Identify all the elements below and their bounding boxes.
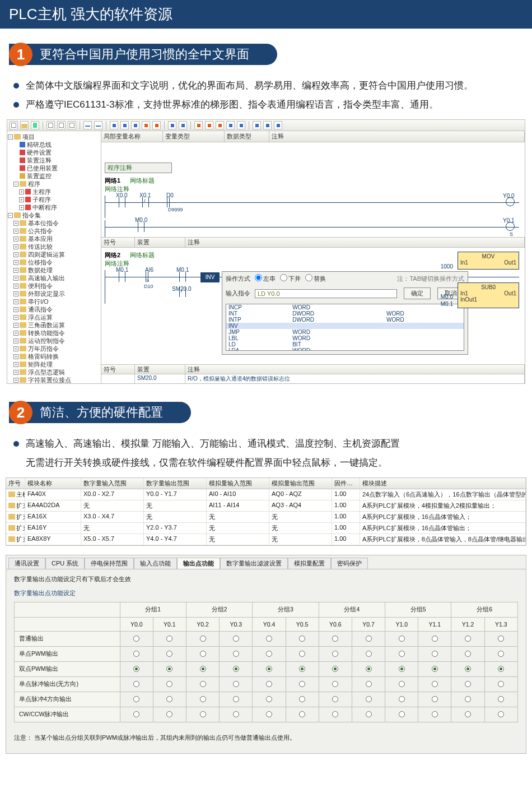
output-radio-cell[interactable]	[352, 677, 385, 692]
tree-node[interactable]: +基本位指令	[8, 219, 100, 227]
tree-node[interactable]: +数据处理	[8, 266, 100, 274]
contact-no-icon[interactable]	[194, 121, 203, 129]
tree-node[interactable]: +外部设定显示	[8, 290, 100, 298]
tree-node[interactable]: +传送比较	[8, 243, 100, 251]
output-radio-cell[interactable]	[220, 662, 253, 677]
open-file-icon[interactable]	[20, 121, 29, 129]
popup-mode-left[interactable]: 左串	[255, 274, 276, 283]
tree-node[interactable]: +字符装置位接点	[8, 376, 100, 383]
output-radio-cell[interactable]	[319, 662, 352, 677]
hline-icon[interactable]	[226, 121, 235, 129]
compile-icon[interactable]	[110, 121, 118, 129]
output-radio-cell[interactable]	[120, 632, 153, 647]
module-table-row[interactable]: 扩充模组1EA4AD2DA无无AI11 - AI14AQ3 - AQ41.00A…	[6, 500, 526, 512]
upload-icon[interactable]	[131, 121, 139, 129]
output-radio-cell[interactable]	[451, 692, 484, 707]
module-table-row[interactable]: 扩充模组3EA16Y无Y2.0 - Y3.7无无1.00A系列PLC扩展模块，1…	[6, 523, 526, 534]
tree-node[interactable]: +便利指令	[8, 282, 100, 290]
output-radio-cell[interactable]	[484, 632, 517, 647]
output-radio-cell[interactable]	[484, 647, 517, 662]
download-icon[interactable]	[120, 121, 129, 129]
output-radio-cell[interactable]	[385, 662, 418, 677]
config-tab[interactable]: 通讯设置	[8, 558, 45, 569]
output-radio-cell[interactable]	[186, 662, 219, 677]
output-radio-cell[interactable]	[484, 662, 517, 677]
instruction-list[interactable]: INCPWORDINTDWORDWORDINTPDWORDWORDINVJMPW…	[226, 304, 464, 351]
tree-node[interactable]: 精研总线	[8, 141, 100, 149]
find-icon[interactable]	[253, 121, 261, 129]
tree-node[interactable]: +浮点型态逻辑	[8, 368, 100, 376]
tree-node[interactable]: +高速输入输出	[8, 274, 100, 282]
tree-node[interactable]: +格雷码转换	[8, 353, 100, 360]
replace-icon[interactable]	[263, 121, 272, 129]
tree-node[interactable]: +矩阵处理	[8, 360, 100, 368]
paste-icon[interactable]	[68, 121, 76, 129]
output-radio-cell[interactable]	[186, 647, 219, 662]
output-radio-cell[interactable]	[253, 662, 286, 677]
tree-node[interactable]: +通讯指令	[8, 305, 100, 313]
output-radio-cell[interactable]	[418, 692, 451, 707]
stop-icon[interactable]	[152, 121, 161, 129]
output-radio-cell[interactable]	[451, 632, 484, 647]
output-radio-cell[interactable]	[385, 677, 418, 692]
output-radio-cell[interactable]	[352, 647, 385, 662]
output-radio-cell[interactable]	[484, 677, 517, 692]
config-tab[interactable]: 输入点功能	[134, 558, 177, 569]
output-radio-cell[interactable]	[352, 662, 385, 677]
save-icon[interactable]	[31, 121, 39, 129]
output-radio-cell[interactable]	[220, 647, 253, 662]
output-radio-cell[interactable]	[286, 647, 319, 662]
output-radio-cell[interactable]	[451, 677, 484, 692]
tree-node[interactable]: +转换功能指令	[8, 329, 100, 337]
tree-node[interactable]: +子程序	[8, 196, 100, 203]
ladder-view-icon[interactable]	[168, 121, 176, 129]
module-table-row[interactable]: 扩充模组4EA8X8YX5.0 - X5.7Y4.0 - Y4.7无无1.00A…	[6, 534, 526, 545]
tree-node[interactable]: +公共指令	[8, 227, 100, 235]
popup-mode-replace[interactable]: 替换	[305, 274, 326, 283]
popup-ok-button[interactable]: 确定	[404, 287, 431, 299]
project-tree[interactable]: −项目精研总线硬件设置装置注释已使用装置装置监控−程序+主程序+子程序+中断程序…	[7, 131, 101, 383]
config-tab[interactable]: 数字量输出滤波设置	[220, 558, 288, 569]
output-radio-cell[interactable]	[451, 647, 484, 662]
output-function-grid[interactable]: 分组1分组2分组3分组4分组5分组6Y0.0Y0.1Y0.2Y0.3Y0.4Y0…	[14, 602, 518, 722]
tree-node[interactable]: +中断程序	[8, 203, 100, 211]
output-radio-cell[interactable]	[385, 692, 418, 707]
tree-node[interactable]: 装置监控	[8, 172, 100, 180]
mov-block[interactable]: MOV In1Out1	[458, 252, 519, 270]
redo-icon[interactable]	[94, 121, 102, 129]
il-view-icon[interactable]	[179, 121, 187, 129]
output-radio-cell[interactable]	[186, 707, 219, 722]
popup-input-field[interactable]: LD Y0.0	[255, 289, 397, 298]
new-file-icon[interactable]	[10, 121, 18, 129]
output-radio-cell[interactable]	[319, 692, 352, 707]
output-radio-cell[interactable]	[484, 692, 517, 707]
module-table-row[interactable]: 主机FA40XX0.0 - X2.7Y0.0 - Y1.7AI0 - AI10A…	[6, 489, 526, 500]
output-radio-cell[interactable]	[120, 647, 153, 662]
output-radio-cell[interactable]	[451, 662, 484, 677]
output-radio-cell[interactable]	[286, 662, 319, 677]
config-tab[interactable]: 密码保护	[331, 558, 368, 569]
tree-node[interactable]: +四则逻辑运算	[8, 251, 100, 258]
config-tab[interactable]: 停电保持范围	[85, 558, 134, 569]
module-table-row[interactable]: 扩充模组2EA16XX3.0 - X4.7无无无1.00A系列PLC扩展模块，1…	[6, 512, 526, 523]
output-radio-cell[interactable]	[153, 707, 186, 722]
output-radio-cell[interactable]	[484, 707, 517, 722]
tree-node[interactable]: 已使用装置	[8, 164, 100, 172]
tree-node[interactable]: +三角函数运算	[8, 321, 100, 329]
tree-node[interactable]: +基本应用	[8, 235, 100, 243]
output-radio-cell[interactable]	[220, 632, 253, 647]
output-radio-cell[interactable]	[120, 692, 153, 707]
output-radio-cell[interactable]	[286, 677, 319, 692]
output-radio-cell[interactable]	[120, 677, 153, 692]
run-icon[interactable]	[142, 121, 150, 129]
output-radio-cell[interactable]	[153, 647, 186, 662]
coil-icon[interactable]	[216, 121, 224, 129]
output-radio-cell[interactable]	[186, 632, 219, 647]
output-radio-cell[interactable]	[286, 692, 319, 707]
output-radio-cell[interactable]	[220, 707, 253, 722]
output-radio-cell[interactable]	[319, 707, 352, 722]
goto-icon[interactable]	[274, 121, 282, 129]
output-radio-cell[interactable]	[253, 647, 286, 662]
copy-icon[interactable]	[57, 121, 66, 129]
output-radio-cell[interactable]	[253, 677, 286, 692]
